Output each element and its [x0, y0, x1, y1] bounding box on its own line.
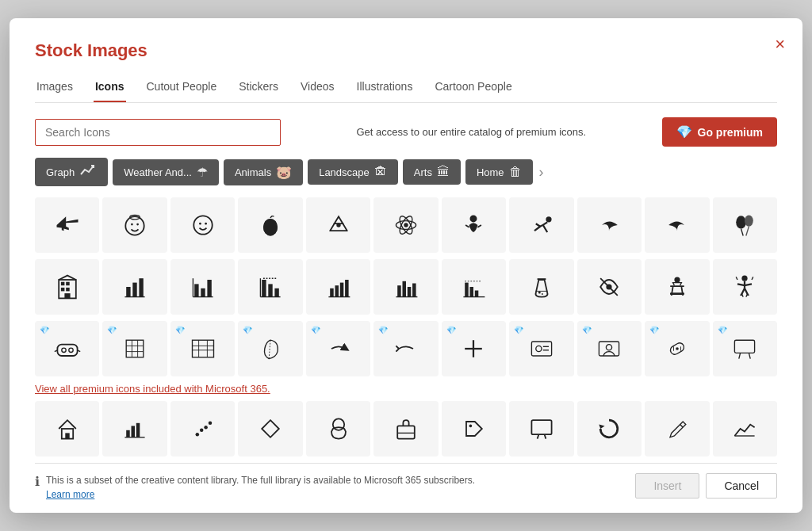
premium-badge-4: 💎	[243, 326, 252, 334]
svg-rect-45	[339, 283, 343, 297]
svg-rect-39	[268, 284, 272, 296]
premium-icon-id-card-2[interactable]: 💎	[577, 321, 642, 376]
svg-rect-34	[201, 288, 205, 297]
icon-monitor[interactable]	[509, 401, 573, 457]
svg-point-103	[200, 429, 204, 433]
icon-bar-chart-desc[interactable]	[442, 259, 506, 315]
premium-icon-arrow-curve[interactable]: 💎	[306, 321, 370, 376]
tab-images[interactable]: Images	[35, 75, 75, 102]
tab-illustrations[interactable]: Illustrations	[355, 75, 415, 102]
tab-stickers[interactable]: Stickers	[237, 75, 280, 102]
icon-bar-chart-up[interactable]	[306, 259, 370, 315]
svg-marker-106	[262, 420, 279, 437]
cancel-button[interactable]: Cancel	[706, 473, 777, 499]
category-landscape[interactable]: Landscape 🏚	[308, 159, 398, 185]
view-all-premium-link[interactable]: View all premium icons included with Mic…	[35, 383, 777, 395]
dialog-title: Stock Images	[35, 40, 777, 61]
home-label: Home	[477, 166, 504, 178]
icon-flask[interactable]	[509, 259, 573, 315]
category-home[interactable]: Home 🗑	[465, 159, 533, 185]
icon-bar-chart-decrease[interactable]	[238, 259, 302, 315]
svg-rect-33	[194, 284, 198, 296]
insert-button[interactable]: Insert	[635, 473, 699, 499]
icon-briefcase[interactable]	[373, 401, 438, 457]
icon-baby[interactable]	[442, 197, 506, 253]
svg-point-67	[62, 348, 66, 352]
icon-emoji-smile[interactable]	[170, 197, 235, 253]
premium-icon-bandage[interactable]: 💎	[645, 321, 709, 376]
category-graph[interactable]: Graph	[35, 158, 108, 186]
premium-icon-grid-data[interactable]: 💎	[102, 321, 167, 376]
icon-tag[interactable]	[442, 401, 506, 457]
svg-rect-98	[126, 430, 130, 437]
svg-point-59	[542, 293, 543, 295]
footer-info-text: This is a subset of the creative content…	[46, 475, 475, 486]
icon-spinner[interactable]	[577, 401, 642, 457]
icon-house[interactable]	[35, 401, 99, 457]
search-input[interactable]	[35, 119, 281, 146]
icon-building[interactable]	[35, 259, 99, 315]
search-row: Get access to our entire catalog of prem…	[35, 117, 777, 147]
icon-pen-write[interactable]	[645, 401, 709, 457]
premium-icon-leaf[interactable]: 💎	[238, 321, 302, 376]
category-weather[interactable]: Weather And... ☂	[113, 159, 219, 185]
learn-more-link[interactable]: Learn more	[46, 489, 94, 500]
icon-bar-chart-2[interactable]	[170, 259, 235, 315]
premium-icons-row: 💎 💎 💎 💎 💎 💎	[35, 321, 777, 376]
svg-rect-26	[61, 288, 65, 292]
svg-rect-100	[136, 423, 140, 437]
graph-label: Graph	[46, 166, 75, 178]
premium-icon-plus[interactable]: 💎	[442, 321, 506, 376]
arts-icon: 🏛	[437, 165, 450, 179]
icon-diamond-shape[interactable]	[238, 401, 302, 457]
icon-face-mask[interactable]	[306, 401, 370, 457]
svg-rect-29	[126, 287, 130, 297]
tab-icons[interactable]: Icons	[94, 75, 126, 102]
category-arts[interactable]: Arts 🏛	[403, 159, 461, 185]
svg-point-68	[69, 348, 73, 352]
icon-bar-small[interactable]	[102, 401, 167, 457]
footer-buttons: Insert Cancel	[635, 473, 777, 499]
svg-point-8	[263, 219, 278, 236]
icon-balloons[interactable]	[713, 197, 777, 253]
animals-icon: 🐷	[276, 165, 292, 180]
tab-cartoon-people[interactable]: Cartoon People	[433, 75, 513, 102]
footer-text: This is a subset of the creative content…	[46, 473, 475, 502]
icon-angel-smile[interactable]	[102, 197, 167, 253]
icon-desk-work[interactable]	[645, 259, 709, 315]
icon-bar-chart-mixed[interactable]	[373, 259, 438, 315]
go-premium-button[interactable]: 💎 Go premium	[662, 117, 777, 147]
close-button[interactable]: ×	[775, 36, 785, 53]
icon-chart-line[interactable]	[713, 401, 777, 457]
icon-eye-slash[interactable]	[577, 259, 642, 315]
icon-crawl[interactable]	[509, 197, 573, 253]
premium-icon-table[interactable]: 💎	[170, 321, 235, 376]
category-animals[interactable]: Animals 🐷	[224, 159, 303, 185]
premium-icon-id-card-1[interactable]: 💎	[509, 321, 573, 376]
svg-rect-108	[397, 426, 415, 438]
premium-icon-billboard[interactable]: 💎	[713, 321, 777, 376]
svg-rect-23	[61, 282, 65, 286]
tab-videos[interactable]: Videos	[299, 75, 336, 102]
svg-line-95	[749, 353, 751, 358]
icon-dots-chart[interactable]	[170, 401, 235, 457]
icon-recycle[interactable]	[306, 197, 370, 253]
icon-apple[interactable]	[238, 197, 302, 253]
icon-atom[interactable]	[373, 197, 438, 253]
category-scroll-right[interactable]: ›	[539, 164, 544, 181]
svg-rect-66	[57, 345, 77, 356]
svg-point-88	[607, 345, 612, 350]
svg-rect-99	[132, 426, 136, 437]
tab-cutout-people[interactable]: Cutout People	[145, 75, 219, 102]
svg-rect-63	[670, 285, 684, 287]
icon-bar-chart-1[interactable]	[102, 259, 167, 315]
icon-arrow-left[interactable]	[577, 197, 642, 253]
icon-airplane[interactable]	[35, 197, 99, 253]
weather-icon: ☂	[197, 165, 208, 180]
svg-rect-71	[126, 340, 144, 357]
premium-icon-vr[interactable]: 💎	[35, 321, 99, 376]
icon-athlete[interactable]	[713, 259, 777, 315]
premium-icon-arrow-left-curve[interactable]: 💎	[373, 321, 438, 376]
svg-rect-76	[192, 340, 213, 357]
icon-arrow-right[interactable]	[645, 197, 709, 253]
